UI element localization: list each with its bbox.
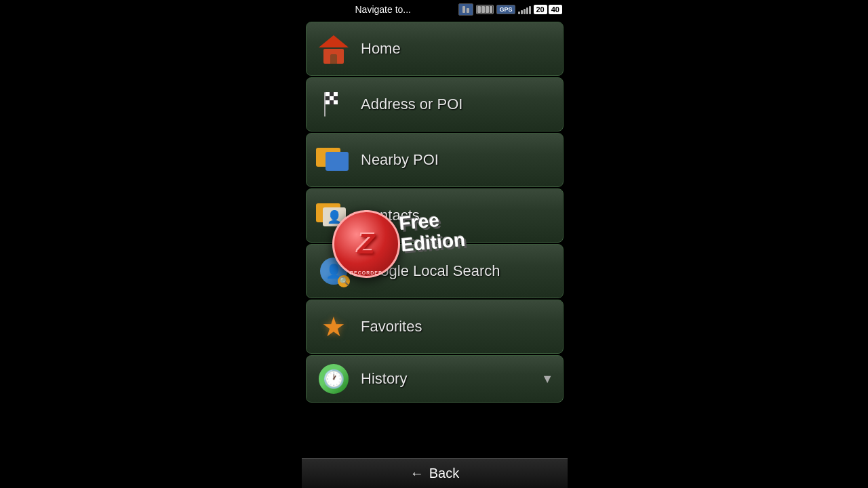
svg-rect-0 [462, 6, 465, 13]
battery-icon [476, 5, 494, 14]
history-chevron-icon: ▼ [541, 372, 553, 386]
speed-display: 20 40 [534, 5, 563, 14]
svg-rect-9 [326, 100, 330, 104]
status-bar: Navigate to... GPS [302, 0, 568, 19]
screen-title: Navigate to... [307, 4, 458, 15]
svg-rect-4 [330, 92, 334, 96]
home-icon [319, 34, 349, 64]
status-icons: GPS 20 40 [458, 3, 562, 16]
svg-rect-3 [326, 92, 330, 96]
star-icon: ★ [321, 311, 346, 342]
menu-item-favorites[interactable]: ★ Favorites [306, 300, 564, 354]
nearby-poi-icon [316, 145, 351, 175]
svg-rect-11 [334, 100, 338, 104]
back-button[interactable]: ← Back [302, 458, 568, 488]
menu-item-address-poi[interactable]: Address or POI [306, 77, 564, 131]
speed-limit: 40 [549, 5, 562, 14]
nearby-poi-icon-wrap [316, 142, 351, 178]
svg-rect-6 [326, 96, 330, 100]
back-arrow-icon: ← [410, 466, 424, 481]
recorder-overlay: Z RECORDER [332, 210, 400, 278]
checkered-flag-icon [319, 89, 349, 119]
home-icon-wrap [316, 31, 351, 66]
favorites-icon-wrap: ★ [316, 309, 351, 344]
history-label: History [361, 370, 407, 388]
history-icon-wrap: 🕐 [316, 361, 351, 396]
svg-rect-2 [324, 92, 326, 117]
back-label: Back [429, 466, 459, 481]
menu-item-home[interactable]: Home [306, 22, 564, 76]
home-label: Home [361, 40, 401, 58]
recorder-letter: Z [357, 228, 375, 260]
favorites-label: Favorites [361, 318, 422, 336]
gps-icon: GPS [496, 5, 515, 14]
nearby-poi-label: Nearby POI [361, 151, 439, 169]
menu-item-history[interactable]: 🕐 History ▼ [306, 355, 564, 403]
svg-rect-8 [334, 96, 338, 100]
address-poi-icon-wrap [316, 87, 351, 122]
address-poi-label: Address or POI [361, 96, 462, 113]
signal-icon [518, 5, 531, 14]
recorder-circle: Z RECORDER [332, 210, 400, 278]
recorder-subtext: RECORDER [350, 270, 382, 275]
history-icon: 🕐 [319, 364, 349, 394]
svg-rect-10 [330, 100, 334, 104]
menu-item-nearby-poi[interactable]: Nearby POI [306, 133, 564, 187]
svg-rect-1 [467, 8, 469, 13]
speed-current: 20 [534, 5, 547, 14]
svg-rect-5 [334, 92, 338, 96]
svg-rect-7 [330, 96, 334, 100]
wifi-icon [458, 3, 473, 16]
